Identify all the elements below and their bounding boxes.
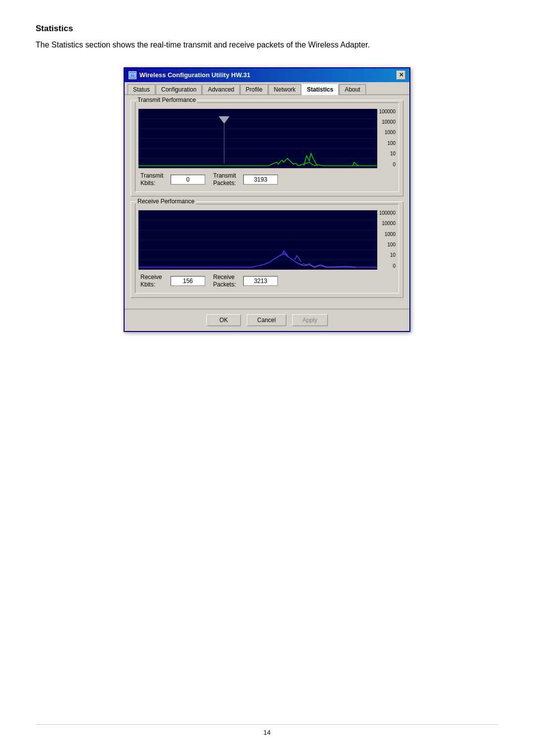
section-title: Statistics xyxy=(36,24,498,34)
tab-advanced[interactable]: Advanced xyxy=(202,84,239,94)
section-desc: The Statistics section shows the real-ti… xyxy=(36,39,498,51)
page-content: Statistics The Statistics section shows … xyxy=(0,0,534,381)
apply-button[interactable]: Apply xyxy=(292,314,328,326)
transmit-chart-area: 100000 10000 1000 100 10 0 xyxy=(138,109,396,168)
transmit-y-axis: 100000 10000 1000 100 10 0 xyxy=(379,109,396,168)
dialog-title: Wireless Configuration Utility HW.31 xyxy=(139,71,251,79)
transmit-chart xyxy=(138,109,377,168)
transmit-packets-value: 3193 xyxy=(243,175,278,185)
page-footer: 14 xyxy=(36,724,498,736)
transmit-packets-item: TransmitPackets: 3193 xyxy=(213,172,278,188)
receive-kbits-value: 156 xyxy=(171,276,205,286)
dialog-titlebar: Wireless Configuration Utility HW.31 ✕ xyxy=(125,68,409,82)
receive-y-axis: 100000 10000 1000 100 10 0 xyxy=(379,210,396,270)
svg-rect-0 xyxy=(130,73,135,77)
transmit-kbits-value: 0 xyxy=(171,175,205,185)
tab-about[interactable]: About xyxy=(339,84,365,94)
transmit-stats-row: TransmitKbits: 0 TransmitPackets: 3193 xyxy=(138,172,396,188)
receive-stats-row: ReceiveKbits: 156 ReceivePackets: 3213 xyxy=(138,274,396,289)
svg-marker-7 xyxy=(219,116,229,124)
tab-status[interactable]: Status xyxy=(128,84,155,94)
tab-statistics[interactable]: Statistics xyxy=(302,84,339,95)
close-button[interactable]: ✕ xyxy=(397,71,405,80)
dialog-window: Wireless Configuration Utility HW.31 ✕ S… xyxy=(124,67,410,332)
transmit-group-inner: 100000 10000 1000 100 10 0 TransmitKbits… xyxy=(135,102,399,192)
receive-packets-item: ReceivePackets: 3213 xyxy=(213,274,278,289)
tab-configuration[interactable]: Configuration xyxy=(156,84,202,94)
receive-kbits-item: ReceiveKbits: 156 xyxy=(140,274,205,289)
receive-packets-value: 3213 xyxy=(243,276,278,286)
transmit-kbits-label: TransmitKbits: xyxy=(140,172,168,188)
tab-network[interactable]: Network xyxy=(268,84,301,94)
tabs-bar: Status Configuration Advanced Profile Ne… xyxy=(125,82,409,95)
dialog-body: Transmit Performance xyxy=(125,95,409,309)
ok-button[interactable]: OK xyxy=(206,314,241,326)
transmit-group-label: Transmit Performance xyxy=(136,96,197,103)
transmit-group: Transmit Performance xyxy=(131,100,403,196)
receive-group-label: Receive Performance xyxy=(136,198,196,205)
receive-group-inner: 100000 10000 1000 100 10 0 ReceiveKbits: xyxy=(135,204,399,293)
page-number: 14 xyxy=(264,729,270,736)
receive-chart-area: 100000 10000 1000 100 10 0 xyxy=(138,210,396,270)
receive-packets-label: ReceivePackets: xyxy=(213,274,240,289)
titlebar-left: Wireless Configuration Utility HW.31 xyxy=(129,71,251,79)
transmit-packets-label: TransmitPackets: xyxy=(213,172,240,188)
dialog-wrapper: Wireless Configuration Utility HW.31 ✕ S… xyxy=(36,67,498,332)
receive-group: Receive Performance xyxy=(131,201,403,298)
dialog-footer: OK Cancel Apply xyxy=(125,309,409,331)
tab-profile[interactable]: Profile xyxy=(240,84,268,94)
cancel-button[interactable]: Cancel xyxy=(247,314,286,326)
receive-chart xyxy=(138,210,377,270)
dialog-title-icon xyxy=(129,71,136,79)
transmit-kbits-item: TransmitKbits: 0 xyxy=(140,172,205,188)
receive-kbits-label: ReceiveKbits: xyxy=(140,274,168,289)
